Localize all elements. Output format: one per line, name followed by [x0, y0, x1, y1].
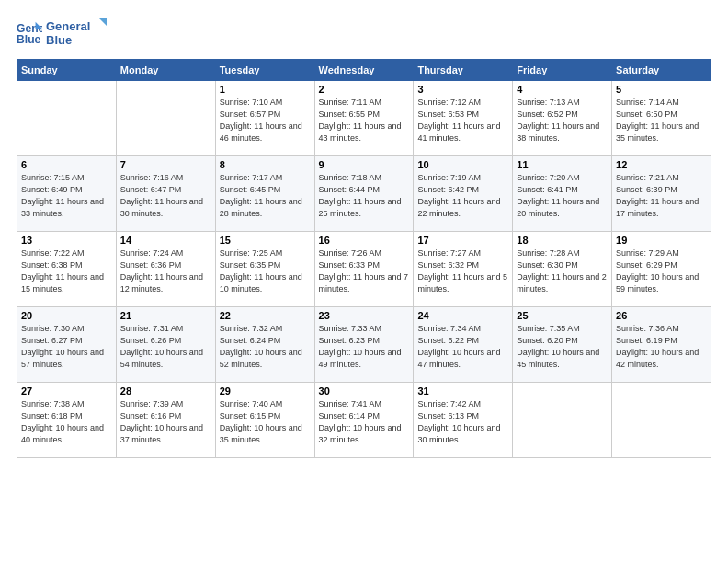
day-info: Sunrise: 7:12 AMSunset: 6:53 PMDaylight:… [417, 97, 508, 144]
day-number: 14 [120, 235, 211, 246]
day-info: Sunrise: 7:15 AMSunset: 6:49 PMDaylight:… [21, 172, 112, 220]
day-number: 21 [120, 310, 211, 321]
day-info: Sunrise: 7:31 AMSunset: 6:26 PMDaylight:… [120, 323, 211, 371]
day-info: Sunrise: 7:14 AMSunset: 6:50 PMDaylight:… [616, 97, 707, 144]
day-info: Sunrise: 7:18 AMSunset: 6:44 PMDaylight:… [319, 172, 410, 220]
calendar-cell: 9Sunrise: 7:18 AMSunset: 6:44 PMDaylight… [314, 156, 414, 232]
calendar-cell: 4Sunrise: 7:13 AMSunset: 6:52 PMDaylight… [513, 81, 612, 156]
weekday-header: Saturday [612, 60, 711, 81]
day-info: Sunrise: 7:25 AMSunset: 6:35 PMDaylight:… [220, 247, 311, 295]
weekday-header: Thursday [414, 60, 513, 81]
logo-icon: General Blue [17, 20, 42, 46]
calendar-table: SundayMondayTuesdayWednesdayThursdayFrid… [17, 59, 711, 458]
calendar-week-row: 27Sunrise: 7:38 AMSunset: 6:18 PMDayligh… [17, 383, 711, 458]
day-info: Sunrise: 7:28 AMSunset: 6:30 PMDaylight:… [517, 247, 608, 295]
day-number: 16 [319, 235, 410, 246]
day-number: 27 [21, 385, 112, 396]
calendar-cell [513, 383, 612, 458]
calendar-cell: 21Sunrise: 7:31 AMSunset: 6:26 PMDayligh… [116, 307, 215, 383]
calendar-cell: 25Sunrise: 7:35 AMSunset: 6:20 PMDayligh… [513, 307, 612, 383]
logo: General Blue General Blue [17, 17, 110, 50]
svg-text:Blue: Blue [17, 33, 41, 46]
day-info: Sunrise: 7:20 AMSunset: 6:41 PMDaylight:… [517, 172, 608, 220]
calendar-cell: 26Sunrise: 7:36 AMSunset: 6:19 PMDayligh… [612, 307, 711, 383]
day-info: Sunrise: 7:24 AMSunset: 6:36 PMDaylight:… [120, 247, 211, 295]
day-info: Sunrise: 7:33 AMSunset: 6:23 PMDaylight:… [319, 323, 410, 371]
calendar-cell: 2Sunrise: 7:11 AMSunset: 6:55 PMDaylight… [314, 81, 414, 156]
calendar-week-row: 6Sunrise: 7:15 AMSunset: 6:49 PMDaylight… [17, 156, 711, 232]
day-info: Sunrise: 7:27 AMSunset: 6:32 PMDaylight:… [417, 247, 508, 295]
weekday-header-row: SundayMondayTuesdayWednesdayThursdayFrid… [17, 60, 711, 81]
svg-text:Blue: Blue [46, 33, 72, 47]
day-info: Sunrise: 7:40 AMSunset: 6:15 PMDaylight:… [220, 398, 311, 446]
day-number: 1 [220, 84, 311, 95]
day-number: 15 [220, 235, 311, 246]
day-info: Sunrise: 7:34 AMSunset: 6:22 PMDaylight:… [417, 323, 508, 371]
day-info: Sunrise: 7:13 AMSunset: 6:52 PMDaylight:… [517, 97, 608, 144]
day-number: 10 [417, 159, 508, 170]
day-info: Sunrise: 7:22 AMSunset: 6:38 PMDaylight:… [21, 247, 112, 295]
day-info: Sunrise: 7:10 AMSunset: 6:57 PMDaylight:… [220, 97, 311, 144]
day-number: 23 [319, 310, 410, 321]
day-info: Sunrise: 7:39 AMSunset: 6:16 PMDaylight:… [120, 398, 211, 446]
calendar-cell: 30Sunrise: 7:41 AMSunset: 6:14 PMDayligh… [314, 383, 414, 458]
day-number: 17 [417, 235, 508, 246]
calendar-cell: 7Sunrise: 7:16 AMSunset: 6:47 PMDaylight… [116, 156, 215, 232]
calendar-cell [612, 383, 711, 458]
day-info: Sunrise: 7:19 AMSunset: 6:42 PMDaylight:… [417, 172, 508, 220]
calendar-cell: 20Sunrise: 7:30 AMSunset: 6:27 PMDayligh… [17, 307, 117, 383]
calendar-cell: 12Sunrise: 7:21 AMSunset: 6:39 PMDayligh… [612, 156, 711, 232]
day-info: Sunrise: 7:26 AMSunset: 6:33 PMDaylight:… [319, 247, 410, 295]
day-number: 8 [220, 159, 311, 170]
day-info: Sunrise: 7:38 AMSunset: 6:18 PMDaylight:… [21, 398, 112, 446]
weekday-header: Friday [513, 60, 612, 81]
day-info: Sunrise: 7:17 AMSunset: 6:45 PMDaylight:… [220, 172, 311, 220]
calendar-cell: 28Sunrise: 7:39 AMSunset: 6:16 PMDayligh… [116, 383, 215, 458]
day-number: 26 [616, 310, 707, 321]
calendar-week-row: 1Sunrise: 7:10 AMSunset: 6:57 PMDaylight… [17, 81, 711, 156]
day-info: Sunrise: 7:11 AMSunset: 6:55 PMDaylight:… [319, 97, 410, 144]
day-number: 29 [220, 385, 311, 396]
day-number: 13 [21, 235, 112, 246]
day-number: 22 [220, 310, 311, 321]
day-info: Sunrise: 7:41 AMSunset: 6:14 PMDaylight:… [319, 398, 410, 446]
day-info: Sunrise: 7:42 AMSunset: 6:13 PMDaylight:… [417, 398, 508, 446]
calendar-cell: 3Sunrise: 7:12 AMSunset: 6:53 PMDaylight… [414, 81, 513, 156]
day-info: Sunrise: 7:29 AMSunset: 6:29 PMDaylight:… [616, 247, 707, 295]
day-info: Sunrise: 7:30 AMSunset: 6:27 PMDaylight:… [21, 323, 112, 371]
calendar-cell: 16Sunrise: 7:26 AMSunset: 6:33 PMDayligh… [314, 232, 414, 307]
header: General Blue General Blue [17, 17, 711, 50]
day-number: 5 [616, 84, 707, 95]
calendar-cell: 5Sunrise: 7:14 AMSunset: 6:50 PMDaylight… [612, 81, 711, 156]
day-number: 18 [517, 235, 608, 246]
weekday-header: Tuesday [215, 60, 314, 81]
calendar-cell [17, 81, 117, 156]
calendar-cell: 22Sunrise: 7:32 AMSunset: 6:24 PMDayligh… [215, 307, 314, 383]
day-number: 20 [21, 310, 112, 321]
weekday-header: Sunday [17, 60, 117, 81]
day-number: 31 [417, 385, 508, 396]
day-number: 6 [21, 159, 112, 170]
logo-svg: General Blue [46, 17, 110, 50]
calendar-page: General Blue General Blue SundayMondayTu… [0, 0, 728, 563]
day-number: 2 [319, 84, 410, 95]
day-number: 12 [616, 159, 707, 170]
weekday-header: Monday [116, 60, 215, 81]
day-info: Sunrise: 7:36 AMSunset: 6:19 PMDaylight:… [616, 323, 707, 371]
svg-text:General: General [46, 19, 90, 33]
calendar-cell: 15Sunrise: 7:25 AMSunset: 6:35 PMDayligh… [215, 232, 314, 307]
calendar-week-row: 20Sunrise: 7:30 AMSunset: 6:27 PMDayligh… [17, 307, 711, 383]
calendar-cell: 17Sunrise: 7:27 AMSunset: 6:32 PMDayligh… [414, 232, 513, 307]
day-number: 19 [616, 235, 707, 246]
calendar-cell: 8Sunrise: 7:17 AMSunset: 6:45 PMDaylight… [215, 156, 314, 232]
calendar-cell: 24Sunrise: 7:34 AMSunset: 6:22 PMDayligh… [414, 307, 513, 383]
day-info: Sunrise: 7:21 AMSunset: 6:39 PMDaylight:… [616, 172, 707, 220]
day-number: 30 [319, 385, 410, 396]
calendar-cell: 6Sunrise: 7:15 AMSunset: 6:49 PMDaylight… [17, 156, 117, 232]
day-info: Sunrise: 7:16 AMSunset: 6:47 PMDaylight:… [120, 172, 211, 220]
day-number: 11 [517, 159, 608, 170]
weekday-header: Wednesday [314, 60, 414, 81]
day-info: Sunrise: 7:35 AMSunset: 6:20 PMDaylight:… [517, 323, 608, 371]
day-number: 3 [417, 84, 508, 95]
day-number: 7 [120, 159, 211, 170]
